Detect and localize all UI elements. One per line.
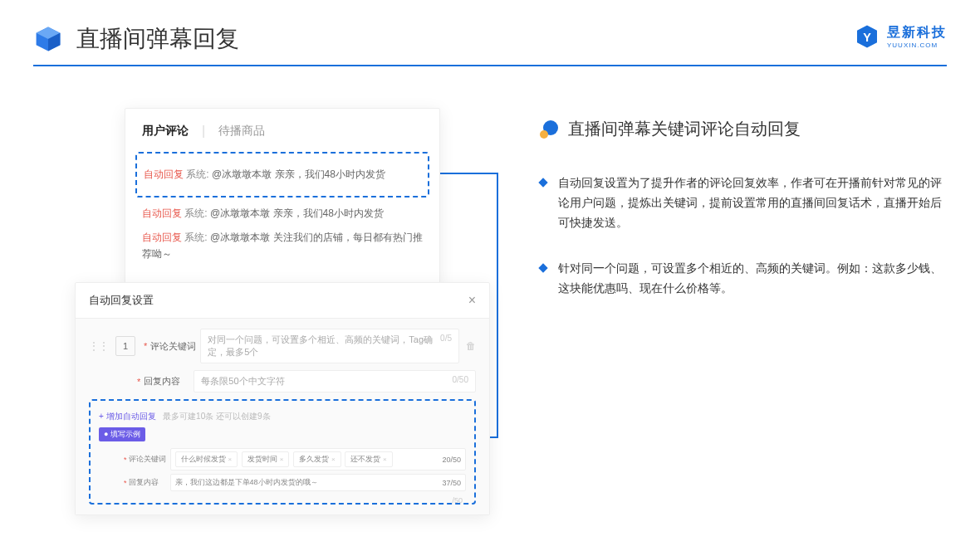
close-icon[interactable]: × (468, 293, 476, 308)
add-reply-tip: 最多可建10条 还可以创建9条 (163, 412, 270, 421)
field-label: 评论关键词 (150, 340, 200, 353)
tab-comments[interactable]: 用户评论 (142, 124, 189, 139)
message-row: 自动回复 系统: @冰墩墩本墩 亲亲，我们48小时内发货 (144, 167, 421, 183)
example-box: + 增加自动回复 最多可建10条 还可以创建9条 ● 填写示例 * 评论关键词 … (89, 399, 476, 505)
diamond-icon (538, 178, 547, 187)
connector-line (439, 173, 498, 174)
tab-separator: | (202, 124, 205, 139)
brand-name: 昱新科技 (887, 24, 947, 41)
brand-sub: YUUXIN.COM (887, 41, 947, 49)
reply-input[interactable]: 每条限50个中文字符 0/50 (194, 370, 476, 393)
section-heading: 直播间弹幕关键词评论自动回复 (540, 118, 947, 140)
settings-card: 自动回复设置 × ⋮⋮ 1 * 评论关键词 对同一个问题，可设置多个相近、高频的… (75, 282, 490, 515)
delete-icon[interactable]: 🗑 (466, 340, 476, 352)
field-label: 回复内容 (144, 375, 194, 388)
brand: Y 昱新科技 YUUXIN.COM (854, 23, 947, 50)
item-number: 1 (115, 336, 135, 356)
cube-icon (33, 24, 63, 54)
connector-line (497, 173, 498, 438)
bullet-item: 针对同一个问题，可设置多个相近的、高频的关键词。例如：这款多少钱、这块能优惠吗、… (540, 259, 947, 299)
field-label: 回复内容 (129, 477, 170, 488)
example-keywords: 什么时候发货× 发货时间× 多久发货× 还不发货× 20/50 (170, 448, 466, 471)
comment-card: 用户评论 | 待播商品 自动回复 系统: @冰墩墩本墩 亲亲，我们48小时内发货… (125, 108, 440, 286)
diamond-icon (538, 264, 547, 273)
bubble-icon (540, 120, 558, 139)
char-count: /50 (452, 496, 463, 505)
highlighted-message: 自动回复 系统: @冰墩墩本墩 亲亲，我们48小时内发货 (135, 152, 429, 197)
drag-icon[interactable]: ⋮⋮ (89, 340, 109, 352)
example-reply: 亲，我们这边都是下单48小时内发货的哦～ 37/50 (170, 474, 466, 491)
settings-title: 自动回复设置 (89, 293, 154, 308)
tab-products[interactable]: 待播商品 (218, 124, 265, 139)
page-title: 直播间弹幕回复 (76, 23, 239, 55)
example-badge: ● 填写示例 (99, 427, 145, 441)
brand-icon: Y (854, 23, 880, 50)
message-row: 自动回复 系统: @冰墩墩本墩 关注我们的店铺，每日都有热门推荐呦～ (142, 230, 423, 261)
bullet-item: 自动回复设置为了提升作者的评论回复效率，作者可在开播前针对常见的评论用户问题，提… (540, 173, 947, 232)
svg-text:Y: Y (863, 31, 871, 44)
add-reply-link[interactable]: + 增加自动回复 (99, 412, 156, 421)
field-label: 评论关键词 (129, 454, 170, 465)
keyword-input[interactable]: 对同一个问题，可设置多个相近、高频的关键词，Tag确定，最多5个 0/5 (200, 329, 459, 363)
message-row: 自动回复 系统: @冰墩墩本墩 亲亲，我们48小时内发货 (142, 206, 423, 222)
